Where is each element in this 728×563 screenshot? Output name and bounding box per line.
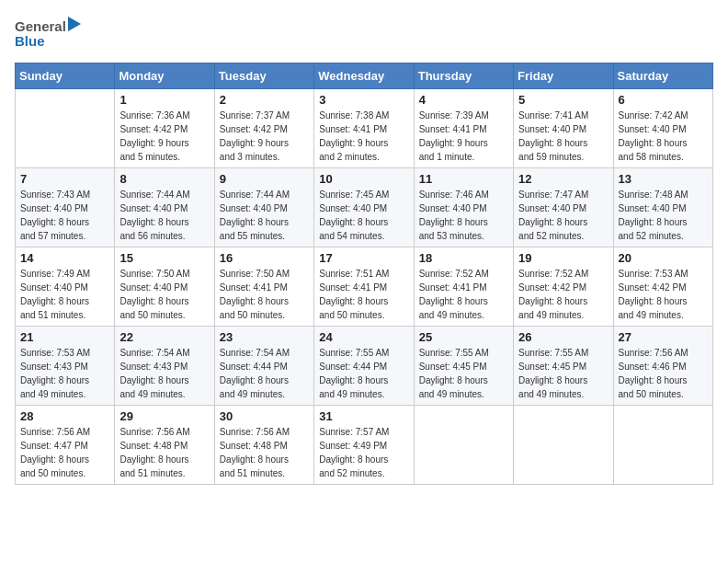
day-number: 25: [419, 330, 508, 344]
weekday-header-monday: Monday: [115, 63, 214, 89]
calendar-week-row: 28Sunrise: 7:56 AMSunset: 4:47 PMDayligh…: [16, 406, 713, 485]
day-info: Sunrise: 7:37 AMSunset: 4:42 PMDaylight:…: [220, 109, 309, 164]
day-info: Sunrise: 7:43 AMSunset: 4:40 PMDaylight:…: [20, 188, 109, 243]
day-number: 24: [319, 330, 408, 344]
day-number: 8: [119, 172, 209, 186]
day-info: Sunrise: 7:50 AMSunset: 4:41 PMDaylight:…: [220, 267, 309, 322]
day-number: 28: [20, 409, 109, 423]
weekday-header-tuesday: Tuesday: [214, 63, 313, 89]
calendar-day-cell: 26Sunrise: 7:55 AMSunset: 4:45 PMDayligh…: [514, 327, 613, 406]
day-number: 16: [220, 251, 309, 265]
weekday-header-thursday: Thursday: [414, 63, 513, 89]
calendar-day-cell: 27Sunrise: 7:56 AMSunset: 4:46 PMDayligh…: [613, 327, 712, 406]
calendar-day-cell: 28Sunrise: 7:56 AMSunset: 4:47 PMDayligh…: [16, 406, 115, 485]
day-number: 11: [419, 172, 508, 186]
calendar-day-cell: 25Sunrise: 7:55 AMSunset: 4:45 PMDayligh…: [414, 327, 513, 406]
day-info: Sunrise: 7:55 AMSunset: 4:44 PMDaylight:…: [319, 346, 408, 401]
calendar-day-cell: 30Sunrise: 7:56 AMSunset: 4:48 PMDayligh…: [214, 406, 313, 485]
calendar-day-cell: 13Sunrise: 7:48 AMSunset: 4:40 PMDayligh…: [613, 168, 712, 247]
day-info: Sunrise: 7:54 AMSunset: 4:44 PMDaylight:…: [220, 346, 309, 401]
day-number: 23: [220, 330, 309, 344]
day-info: Sunrise: 7:56 AMSunset: 4:48 PMDaylight:…: [119, 425, 209, 480]
day-info: Sunrise: 7:54 AMSunset: 4:43 PMDaylight:…: [119, 346, 209, 401]
calendar-week-row: 1Sunrise: 7:36 AMSunset: 4:42 PMDaylight…: [16, 89, 713, 168]
day-info: Sunrise: 7:57 AMSunset: 4:49 PMDaylight:…: [319, 425, 408, 480]
day-number: 31: [319, 409, 408, 423]
calendar-day-cell: 19Sunrise: 7:52 AMSunset: 4:42 PMDayligh…: [514, 247, 613, 327]
day-info: Sunrise: 7:52 AMSunset: 4:41 PMDaylight:…: [419, 267, 508, 322]
day-number: 22: [119, 330, 209, 344]
day-info: Sunrise: 7:53 AMSunset: 4:42 PMDaylight:…: [619, 267, 708, 322]
day-number: 4: [419, 93, 508, 107]
logo-icon: General Blue: [15, 15, 81, 52]
calendar-day-cell: 14Sunrise: 7:49 AMSunset: 4:40 PMDayligh…: [16, 247, 115, 327]
day-number: 27: [619, 330, 708, 344]
calendar-day-cell: 12Sunrise: 7:47 AMSunset: 4:40 PMDayligh…: [514, 168, 613, 247]
calendar-empty-cell: [613, 406, 712, 485]
calendar-empty-cell: [16, 89, 115, 168]
svg-text:General: General: [15, 18, 66, 34]
day-number: 1: [119, 93, 209, 107]
svg-marker-2: [68, 17, 81, 31]
calendar-day-cell: 7Sunrise: 7:43 AMSunset: 4:40 PMDaylight…: [16, 168, 115, 247]
weekday-header-row: SundayMondayTuesdayWednesdayThursdayFrid…: [16, 63, 713, 89]
day-info: Sunrise: 7:44 AMSunset: 4:40 PMDaylight:…: [220, 188, 309, 243]
day-info: Sunrise: 7:42 AMSunset: 4:40 PMDaylight:…: [619, 109, 708, 164]
calendar-day-cell: 31Sunrise: 7:57 AMSunset: 4:49 PMDayligh…: [314, 406, 414, 485]
day-number: 5: [518, 93, 608, 107]
day-info: Sunrise: 7:41 AMSunset: 4:40 PMDaylight:…: [518, 109, 608, 164]
weekday-header-friday: Friday: [514, 63, 613, 89]
day-number: 6: [619, 93, 708, 107]
calendar-day-cell: 11Sunrise: 7:46 AMSunset: 4:40 PMDayligh…: [414, 168, 513, 247]
calendar-day-cell: 3Sunrise: 7:38 AMSunset: 4:41 PMDaylight…: [314, 89, 414, 168]
day-info: Sunrise: 7:48 AMSunset: 4:40 PMDaylight:…: [619, 188, 708, 243]
calendar-week-row: 14Sunrise: 7:49 AMSunset: 4:40 PMDayligh…: [16, 247, 713, 327]
day-number: 10: [319, 172, 408, 186]
day-info: Sunrise: 7:51 AMSunset: 4:41 PMDaylight:…: [319, 267, 408, 322]
day-info: Sunrise: 7:56 AMSunset: 4:48 PMDaylight:…: [220, 425, 309, 480]
calendar-day-cell: 21Sunrise: 7:53 AMSunset: 4:43 PMDayligh…: [16, 327, 115, 406]
calendar-week-row: 7Sunrise: 7:43 AMSunset: 4:40 PMDaylight…: [16, 168, 713, 247]
logo: General Blue: [15, 15, 81, 55]
calendar-day-cell: 10Sunrise: 7:45 AMSunset: 4:40 PMDayligh…: [314, 168, 414, 247]
calendar-day-cell: 29Sunrise: 7:56 AMSunset: 4:48 PMDayligh…: [115, 406, 214, 485]
calendar-day-cell: 4Sunrise: 7:39 AMSunset: 4:41 PMDaylight…: [414, 89, 513, 168]
calendar-day-cell: 20Sunrise: 7:53 AMSunset: 4:42 PMDayligh…: [613, 247, 712, 327]
svg-text:Blue: Blue: [15, 33, 45, 49]
calendar-table: SundayMondayTuesdayWednesdayThursdayFrid…: [15, 63, 713, 485]
day-number: 29: [119, 409, 209, 423]
day-info: Sunrise: 7:38 AMSunset: 4:41 PMDaylight:…: [319, 109, 408, 164]
calendar-day-cell: 17Sunrise: 7:51 AMSunset: 4:41 PMDayligh…: [314, 247, 414, 327]
day-info: Sunrise: 7:44 AMSunset: 4:40 PMDaylight:…: [119, 188, 209, 243]
day-number: 20: [619, 251, 708, 265]
calendar-day-cell: 22Sunrise: 7:54 AMSunset: 4:43 PMDayligh…: [115, 327, 214, 406]
day-number: 15: [119, 251, 209, 265]
page-header: General Blue: [15, 15, 713, 55]
calendar-empty-cell: [514, 406, 613, 485]
day-number: 30: [220, 409, 309, 423]
day-number: 7: [20, 172, 109, 186]
day-info: Sunrise: 7:47 AMSunset: 4:40 PMDaylight:…: [518, 188, 608, 243]
day-number: 2: [220, 93, 309, 107]
day-info: Sunrise: 7:52 AMSunset: 4:42 PMDaylight:…: [518, 267, 608, 322]
day-number: 26: [518, 330, 608, 344]
day-number: 18: [419, 251, 508, 265]
day-number: 3: [319, 93, 408, 107]
day-number: 12: [518, 172, 608, 186]
day-info: Sunrise: 7:56 AMSunset: 4:46 PMDaylight:…: [619, 346, 708, 401]
day-info: Sunrise: 7:49 AMSunset: 4:40 PMDaylight:…: [20, 267, 109, 322]
calendar-empty-cell: [414, 406, 513, 485]
calendar-day-cell: 6Sunrise: 7:42 AMSunset: 4:40 PMDaylight…: [613, 89, 712, 168]
weekday-header-saturday: Saturday: [613, 63, 712, 89]
calendar-day-cell: 8Sunrise: 7:44 AMSunset: 4:40 PMDaylight…: [115, 168, 214, 247]
calendar-day-cell: 15Sunrise: 7:50 AMSunset: 4:40 PMDayligh…: [115, 247, 214, 327]
day-info: Sunrise: 7:36 AMSunset: 4:42 PMDaylight:…: [119, 109, 209, 164]
day-info: Sunrise: 7:55 AMSunset: 4:45 PMDaylight:…: [518, 346, 608, 401]
day-info: Sunrise: 7:46 AMSunset: 4:40 PMDaylight:…: [419, 188, 508, 243]
day-number: 17: [319, 251, 408, 265]
calendar-week-row: 21Sunrise: 7:53 AMSunset: 4:43 PMDayligh…: [16, 327, 713, 406]
calendar-day-cell: 23Sunrise: 7:54 AMSunset: 4:44 PMDayligh…: [214, 327, 313, 406]
day-info: Sunrise: 7:39 AMSunset: 4:41 PMDaylight:…: [419, 109, 508, 164]
calendar-day-cell: 2Sunrise: 7:37 AMSunset: 4:42 PMDaylight…: [214, 89, 313, 168]
day-info: Sunrise: 7:56 AMSunset: 4:47 PMDaylight:…: [20, 425, 109, 480]
